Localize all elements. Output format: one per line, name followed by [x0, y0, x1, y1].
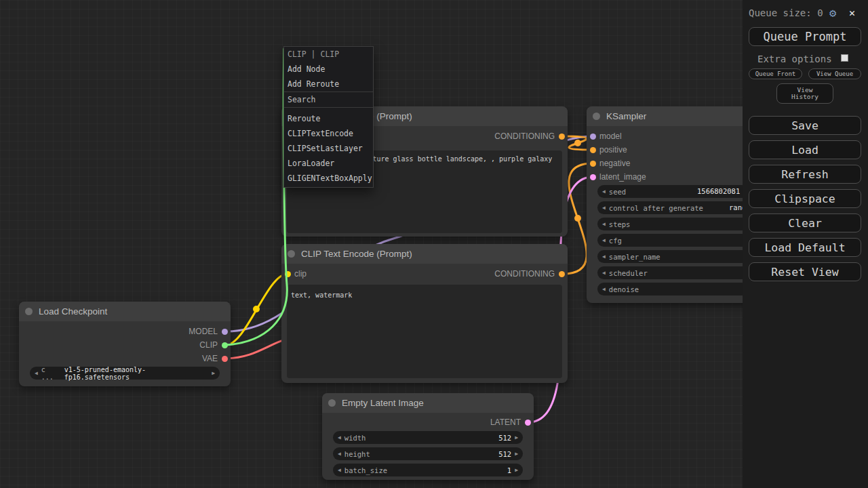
node-title-text: Empty Latent Image: [342, 398, 424, 408]
widget-value: 1566802081: [697, 185, 740, 198]
widget-label: control after generate: [609, 204, 703, 212]
queue-front-label: Queue Front: [755, 70, 796, 77]
widget-label: cfg: [609, 237, 622, 245]
queue-size-label: Queue size: 0: [749, 7, 823, 18]
queue-prompt-button[interactable]: Queue Prompt: [749, 27, 861, 46]
slot-latent-output[interactable]: [525, 420, 531, 426]
node-clip-text-encode-negative[interactable]: CLIP Text Encode (Prompt) clip CONDITION…: [281, 244, 568, 383]
node-load-checkpoint[interactable]: Load Checkpoint MODEL CLIP VAE ◀ c ... v…: [19, 302, 231, 386]
queue-front-button[interactable]: Queue Front: [749, 68, 802, 79]
wire-dot-conditioning-negative: [574, 215, 581, 222]
input-label: model: [599, 131, 622, 141]
collapse-dot[interactable]: [25, 308, 33, 315]
batch-size-widget[interactable]: ◀ batch_size 1 ▶: [333, 464, 523, 476]
output-row-latent: LATENT: [490, 415, 534, 429]
stepper-left-arrow[interactable]: ◀: [602, 238, 606, 243]
clipspace-button[interactable]: Clipspace: [749, 189, 861, 208]
collapse-dot[interactable]: [288, 250, 295, 258]
load-default-button[interactable]: Load Default: [749, 238, 861, 257]
collapse-dot[interactable]: [328, 399, 336, 407]
stepper-right-arrow[interactable]: ▶: [515, 468, 518, 473]
menu-search-input[interactable]: Search: [284, 92, 373, 108]
stepper-left-arrow[interactable]: ◀: [338, 435, 341, 441]
view-queue-button[interactable]: View Queue: [808, 68, 861, 79]
menu-item-clipsetlastlayer[interactable]: CLIPSetLastLayer: [284, 141, 373, 156]
input-label: latent_image: [599, 172, 646, 182]
prompt-textarea[interactable]: text, watermark: [287, 285, 562, 378]
context-menu-header: CLIP | CLIP: [284, 47, 373, 62]
collapse-dot[interactable]: [593, 113, 600, 120]
stepper-left-arrow[interactable]: ◀: [602, 222, 606, 227]
stepper-left-arrow[interactable]: ◀: [338, 468, 341, 473]
menu-item-add-reroute[interactable]: Add Reroute: [284, 77, 373, 92]
stepper-right-arrow[interactable]: ▶: [515, 435, 518, 441]
wire-clip: [226, 274, 288, 345]
menu-item-cliptextencode[interactable]: CLIPTextEncode: [284, 126, 373, 141]
menu-item-loraloader[interactable]: LoraLoader: [284, 156, 373, 171]
view-history-button[interactable]: View History: [776, 83, 833, 104]
widget-value: 512: [498, 434, 511, 442]
input-row-positive: positive: [587, 143, 627, 157]
menu-item-reroute[interactable]: Reroute: [284, 111, 373, 126]
slot-positive-input[interactable]: [590, 147, 596, 153]
node-title-text: CLIP Text Encode (Prompt): [301, 249, 412, 259]
slot-negative-input[interactable]: [590, 161, 596, 167]
slot-latent-image-input[interactable]: [590, 174, 596, 180]
widget-label: denoise: [609, 285, 639, 293]
load-button[interactable]: Load: [749, 140, 861, 159]
stepper-right-arrow[interactable]: ▶: [515, 451, 518, 457]
combo-right-arrow[interactable]: ▶: [212, 371, 215, 376]
slot-conditioning-output[interactable]: [559, 134, 565, 140]
widget-label: steps: [609, 220, 631, 228]
stepper-left-arrow[interactable]: ◀: [602, 189, 606, 195]
input-row-model: model: [587, 129, 622, 143]
input-label: negative: [599, 159, 630, 168]
stepper-left-arrow[interactable]: ◀: [338, 451, 341, 457]
node-title-bar: Empty Latent Image: [322, 393, 534, 413]
input-row-clip: clip: [281, 267, 307, 281]
load-label: Load: [791, 144, 818, 157]
wire-clip-drag: [226, 49, 287, 345]
extra-options-checkbox[interactable]: [841, 54, 848, 62]
menu-item-add-node[interactable]: Add Node: [284, 62, 373, 77]
output-label: MODEL: [189, 327, 218, 336]
combo-left-arrow[interactable]: ◀: [35, 371, 38, 376]
slot-conditioning-output[interactable]: [559, 271, 565, 277]
extra-options-label: Extra options: [757, 54, 832, 64]
widget-label: width: [344, 434, 366, 442]
slot-model-output[interactable]: [222, 329, 228, 335]
clipspace-label: Clipspace: [774, 192, 835, 205]
combo-left-arrow[interactable]: ◀: [602, 254, 606, 260]
reset-view-button[interactable]: Reset View: [749, 262, 861, 281]
input-label: clip: [294, 269, 307, 279]
output-row-conditioning: CONDITIONING: [494, 267, 568, 281]
stepper-left-arrow[interactable]: ◀: [602, 287, 606, 292]
slot-vae-output[interactable]: [222, 356, 228, 362]
clear-button[interactable]: Clear: [749, 214, 861, 232]
slot-clip-input[interactable]: [285, 271, 291, 277]
ckpt-name-widget[interactable]: ◀ c ... v1-5-pruned-emaonly-fp16.safeten…: [30, 367, 220, 380]
combo-left-arrow[interactable]: ◀: [602, 270, 606, 276]
input-row-negative: negative: [587, 157, 630, 170]
node-title-bar: CLIP Text Encode (Prompt): [281, 244, 568, 264]
node-canvas[interactable]: Load Checkpoint MODEL CLIP VAE ◀ c ... v…: [0, 0, 868, 488]
height-widget[interactable]: ◀ height 512 ▶: [333, 447, 523, 460]
slot-model-input[interactable]: [590, 134, 596, 140]
node-empty-latent-image[interactable]: Empty Latent Image LATENT ◀ width 512 ▶ …: [322, 393, 534, 480]
menu-item-gligentextboxapply[interactable]: GLIGENTextBoxApply: [284, 171, 373, 186]
widget-label: batch_size: [344, 466, 387, 474]
combo-left-arrow[interactable]: ◀: [602, 205, 606, 211]
comfy-menu-panel: Queue size: 0 ⚙ ✕ Queue Prompt Extra opt…: [743, 0, 868, 488]
save-button[interactable]: Save: [749, 116, 861, 135]
close-icon[interactable]: ✕: [849, 7, 855, 19]
view-history-label: View History: [787, 87, 823, 100]
node-title-text: Load Checkpoint: [39, 306, 107, 317]
width-widget[interactable]: ◀ width 512 ▶: [333, 431, 523, 444]
output-row-model: MODEL: [189, 325, 231, 338]
settings-gear-icon[interactable]: ⚙: [829, 6, 836, 20]
refresh-button[interactable]: Refresh: [749, 165, 861, 184]
output-label: CONDITIONING: [494, 269, 555, 279]
slot-clip-output[interactable]: [222, 342, 228, 348]
input-label: positive: [599, 145, 627, 155]
output-label: CONDITIONING: [494, 131, 555, 141]
